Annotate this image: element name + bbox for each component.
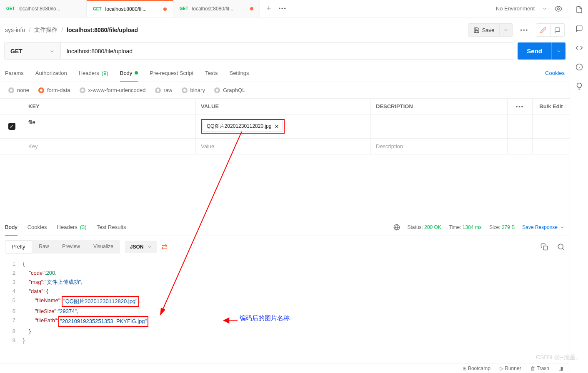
new-key-input[interactable]: Key xyxy=(23,139,196,154)
eye-icon[interactable] xyxy=(555,5,562,12)
environment-select[interactable]: No Environment xyxy=(496,5,535,12)
view-segment: Pretty Raw Preview Visualize xyxy=(5,240,120,254)
send-button[interactable]: Send xyxy=(518,42,551,60)
documentation-icon[interactable] xyxy=(575,6,583,13)
cell-description[interactable] xyxy=(371,114,507,138)
svg-line-6 xyxy=(562,248,563,249)
table-row: ✓ file QQ图片20201230112820.jpg ✕ xyxy=(0,114,570,139)
tab-title: localhost:8080/fil... xyxy=(192,6,246,12)
save-icon xyxy=(473,27,480,33)
tab-strip: GET localhost:8080/lo... GET localhost:8… xyxy=(0,0,570,17)
send-dropdown-button[interactable] xyxy=(551,42,565,60)
row-enable-checkbox[interactable]: ✓ xyxy=(8,123,15,130)
resp-tab-headers[interactable]: Headers (3) xyxy=(57,219,87,235)
chevron-down-icon xyxy=(50,49,55,54)
cookies-link[interactable]: Cookies xyxy=(545,70,565,76)
trash-button[interactable]: Trash xyxy=(537,366,549,371)
crumb-2: localhost:8080/file/upload xyxy=(67,27,138,33)
time-label: Time: 1384 ms xyxy=(449,224,482,230)
tab-title: localhost:8080/lo... xyxy=(19,6,80,12)
svg-point-5 xyxy=(558,244,563,249)
globe-icon[interactable] xyxy=(393,224,400,231)
annotation-text: 编码后的图片名称 xyxy=(240,313,290,323)
method-select[interactable]: GET xyxy=(4,42,60,60)
seg-raw[interactable]: Raw xyxy=(32,240,55,254)
body-active-dot-icon xyxy=(135,71,138,75)
code-snippet-icon[interactable] xyxy=(575,44,583,52)
tab-authorization[interactable]: Authorization xyxy=(35,65,67,81)
seg-preview[interactable]: Preview xyxy=(55,240,87,254)
body-binary-radio[interactable]: binary xyxy=(182,87,205,93)
chevron-down-icon xyxy=(542,6,547,11)
col-value: VALUE xyxy=(196,99,371,114)
col-description: DESCRIPTION xyxy=(371,99,507,114)
body-urlencoded-radio[interactable]: x-www-form-urlencoded xyxy=(80,87,146,93)
body-none-radio[interactable]: none xyxy=(8,87,29,93)
save-dropdown-button[interactable] xyxy=(500,23,513,37)
watermark: CSDN @--流星。 xyxy=(536,354,581,361)
resp-tab-body[interactable]: Body xyxy=(5,219,18,236)
chevron-down-icon xyxy=(503,27,508,32)
tab-headers[interactable]: Headers (9) xyxy=(79,65,108,81)
svg-point-0 xyxy=(558,7,560,10)
tab-prerequest[interactable]: Pre-request Script xyxy=(150,65,193,81)
remove-file-icon[interactable]: ✕ xyxy=(275,124,279,129)
runner-button[interactable]: Runner xyxy=(505,366,521,371)
table-row-new: Key Value Description xyxy=(0,139,570,154)
tab-settings[interactable]: Settings xyxy=(229,65,249,81)
resp-tab-cookies[interactable]: Cookies xyxy=(28,219,47,235)
lang-select[interactable]: JSON xyxy=(125,241,157,253)
tab-1[interactable]: GET localhost:8080/fil... xyxy=(87,0,173,17)
formdata-table: KEY VALUE DESCRIPTION ••• Bulk Edit ✓ fi… xyxy=(0,98,570,154)
lightbulb-icon[interactable] xyxy=(575,82,583,90)
url-input[interactable]: localhost:8080/file/upload xyxy=(60,42,514,60)
seg-visualize[interactable]: Visualize xyxy=(87,240,120,254)
pencil-icon xyxy=(540,27,546,33)
method-label: GET xyxy=(6,6,15,11)
chevron-down-icon xyxy=(560,225,565,230)
new-desc-input[interactable]: Description xyxy=(371,139,507,154)
comments-icon[interactable] xyxy=(575,25,583,32)
tab-params[interactable]: Params xyxy=(5,65,24,81)
tab-body[interactable]: Body xyxy=(120,65,138,82)
body-formdata-radio[interactable]: form-data xyxy=(38,87,70,93)
response-body: 1{ 2 "code": 200, 3 "msg": "文件上传成功", 4 "… xyxy=(0,258,570,348)
request-more-button[interactable]: ••• xyxy=(518,27,531,33)
tab-tests[interactable]: Tests xyxy=(205,65,218,81)
cell-key[interactable]: file xyxy=(23,114,196,138)
chevron-down-icon xyxy=(556,49,561,54)
tab-0[interactable]: GET localhost:8080/lo... xyxy=(0,0,87,17)
crumb-0[interactable]: sys-info xyxy=(5,27,25,33)
unsaved-dot-icon xyxy=(250,7,253,10)
method-label: GET xyxy=(93,7,102,11)
body-raw-radio[interactable]: raw xyxy=(155,87,173,93)
file-chip[interactable]: QQ图片20201230112820.jpg ✕ xyxy=(203,121,283,132)
cell-value[interactable]: QQ图片20201230112820.jpg ✕ xyxy=(196,114,371,138)
edit-button[interactable] xyxy=(536,23,550,37)
new-tab-button[interactable]: + xyxy=(267,4,271,13)
crumb-1[interactable]: 文件操作 xyxy=(34,26,58,34)
new-value-input[interactable]: Value xyxy=(196,139,371,154)
tab-title: localhost:8080/fil... xyxy=(105,6,160,12)
search-icon[interactable] xyxy=(557,243,565,251)
tab-2[interactable]: GET localhost:8080/fil... xyxy=(173,0,260,17)
save-button[interactable]: Save xyxy=(468,23,500,37)
unsaved-dot-icon xyxy=(163,7,167,11)
comment-icon xyxy=(554,27,560,33)
status-bar: ⊞ Bootcamp ▷ Runner 🗑 Trash ◨ xyxy=(0,363,570,373)
bulk-edit-button[interactable]: Bulk Edit xyxy=(532,99,570,114)
right-rail xyxy=(570,0,588,373)
save-response-button[interactable]: Save Response xyxy=(522,224,565,230)
size-label: Size: 279 B xyxy=(489,224,515,230)
wrap-icon[interactable]: ⇄ xyxy=(161,242,168,251)
comment-button[interactable] xyxy=(550,23,565,37)
bootcamp-button[interactable]: Bootcamp xyxy=(468,366,490,371)
info-icon[interactable] xyxy=(575,63,583,71)
copy-icon[interactable] xyxy=(540,243,548,251)
resp-tab-test-results[interactable]: Test Results xyxy=(97,219,126,235)
tab-overflow-button[interactable]: ••• xyxy=(279,5,287,12)
body-graphql-radio[interactable]: GraphQL xyxy=(214,87,245,93)
panel-toggle-icon[interactable]: ◨ xyxy=(558,366,563,371)
seg-pretty[interactable]: Pretty xyxy=(5,240,32,254)
col-actions[interactable]: ••• xyxy=(507,99,532,114)
